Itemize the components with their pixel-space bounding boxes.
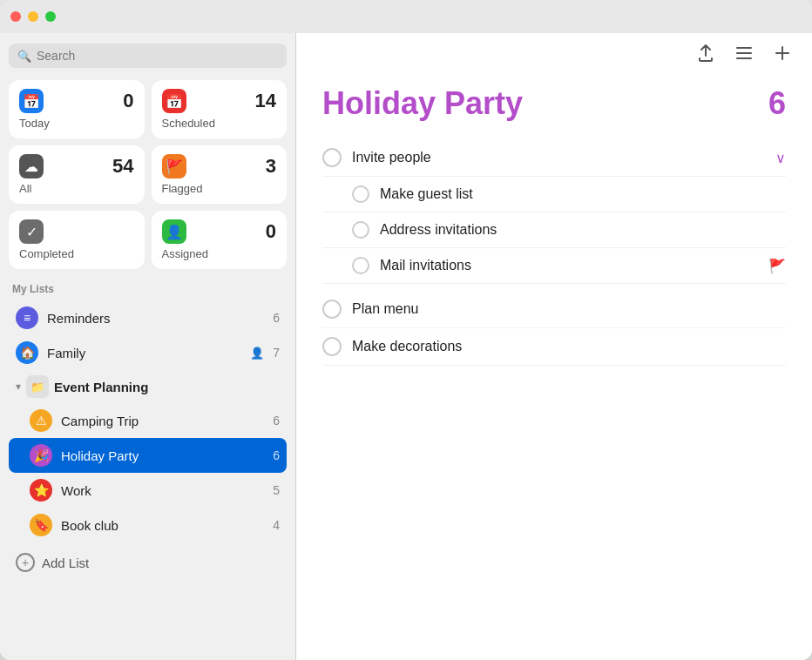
maximize-button[interactable] — [45, 11, 56, 22]
sidebar-item-book-club[interactable]: 🔖 Book club 4 — [9, 508, 287, 542]
all-label: All — [19, 182, 134, 195]
scheduled-label: Scheduled — [162, 117, 277, 130]
subtask-row-mail-invitations: Mail invitations 🚩 — [322, 248, 786, 284]
subtask-row-address-invitations: Address invitations — [322, 212, 786, 248]
main-content-area: 🔍 📅 0 Today 📅 14 — [0, 33, 812, 660]
traffic-lights — [10, 11, 56, 22]
today-icon: 📅 — [19, 89, 44, 113]
list-view-button[interactable] — [732, 42, 756, 69]
book-club-name: Book club — [61, 518, 264, 533]
app-window: 🔍 📅 0 Today 📅 14 — [0, 0, 812, 660]
book-club-count: 4 — [273, 518, 280, 532]
task-label-invite-people: Invite people — [352, 150, 765, 165]
smart-list-completed[interactable]: ✓ Completed — [9, 211, 145, 269]
all-count: 54 — [112, 155, 133, 178]
subtask-checkbox-mail-invitations[interactable] — [352, 257, 369, 274]
scheduled-count: 14 — [255, 90, 276, 112]
subtask-checkbox-make-guest-list[interactable] — [352, 185, 369, 203]
main-panel: Holiday Party 6 Invite people ∨ Make gue… — [296, 33, 812, 660]
completed-icon: ✓ — [19, 219, 44, 244]
holiday-party-name: Holiday Party — [61, 448, 264, 463]
subtask-row-make-guest-list: Make guest list — [322, 177, 786, 212]
family-share-icon: 👤 — [250, 347, 264, 360]
task-checkbox-make-decorations[interactable] — [322, 337, 342, 356]
smart-list-scheduled[interactable]: 📅 14 Scheduled — [152, 80, 288, 138]
camping-trip-count: 6 — [273, 414, 280, 428]
task-checkbox-plan-menu[interactable] — [322, 300, 342, 319]
reminders-list-count: 6 — [273, 311, 280, 325]
search-icon: 🔍 — [17, 50, 31, 63]
smart-list-flagged[interactable]: 🚩 3 Flagged — [152, 145, 288, 204]
task-row-make-decorations: Make decorations — [322, 328, 786, 366]
flagged-icon: 🚩 — [162, 154, 186, 178]
all-icon: ☁ — [19, 154, 44, 178]
subtask-label-make-guest-list: Make guest list — [380, 186, 786, 202]
sidebar-item-reminders[interactable]: ≡ Reminders 6 — [9, 300, 287, 335]
group-event-planning[interactable]: ▾ 📁 Event Planning — [9, 370, 287, 403]
list-title-row: Holiday Party 6 — [322, 85, 786, 122]
holiday-party-count: 6 — [273, 448, 280, 462]
assigned-count: 0 — [266, 220, 276, 243]
work-name: Work — [61, 483, 264, 498]
smart-list-today[interactable]: 📅 0 Today — [9, 80, 145, 138]
book-club-icon: 🔖 — [30, 514, 52, 536]
reminders-list-icon: ≡ — [16, 306, 38, 329]
task-list-content: Holiday Party 6 Invite people ∨ Make gue… — [296, 77, 812, 660]
add-list-label: Add List — [42, 556, 89, 570]
sidebar-item-family[interactable]: 🏠 Family 👤 7 — [9, 335, 287, 370]
reminders-list-name: Reminders — [47, 311, 264, 326]
task-label-make-decorations: Make decorations — [352, 339, 786, 354]
smart-lists-grid: 📅 0 Today 📅 14 Scheduled ☁ — [9, 80, 287, 269]
task-row-plan-menu: Plan menu — [322, 291, 786, 328]
main-toolbar — [296, 33, 812, 77]
close-button[interactable] — [10, 11, 21, 22]
share-button[interactable] — [694, 40, 718, 71]
smart-list-assigned[interactable]: 👤 0 Assigned — [152, 211, 288, 269]
completed-label: Completed — [19, 247, 134, 260]
camping-trip-icon: ⚠ — [30, 409, 52, 432]
list-total-count: 6 — [768, 85, 786, 122]
group-name: Event Planning — [54, 380, 280, 394]
task-row-invite-people: Invite people ∨ — [322, 139, 786, 177]
family-list-icon: 🏠 — [16, 341, 38, 364]
my-lists-section-label: My Lists — [9, 283, 287, 295]
scheduled-icon: 📅 — [162, 89, 186, 113]
add-task-button[interactable] — [770, 41, 795, 70]
flagged-count: 3 — [266, 155, 276, 178]
search-input[interactable] — [37, 49, 278, 63]
today-count: 0 — [123, 90, 133, 112]
flagged-label: Flagged — [162, 182, 277, 195]
today-label: Today — [19, 117, 134, 130]
group-chevron-icon: ▾ — [16, 381, 21, 393]
smart-list-all[interactable]: ☁ 54 All — [9, 145, 145, 204]
sidebar-item-camping-trip[interactable]: ⚠ Camping Trip 6 — [9, 403, 287, 438]
subtask-label-address-invitations: Address invitations — [380, 222, 786, 238]
assigned-icon: 👤 — [162, 219, 186, 244]
task-group-invite-people: Invite people ∨ Make guest list Address … — [322, 139, 786, 284]
search-bar[interactable]: 🔍 — [9, 44, 287, 68]
family-list-name: Family — [47, 346, 241, 360]
sidebar: 🔍 📅 0 Today 📅 14 — [0, 33, 296, 660]
sidebar-item-holiday-party[interactable]: 🎉 Holiday Party 6 — [9, 438, 287, 473]
minimize-button[interactable] — [28, 11, 38, 22]
task-flag-icon: 🚩 — [768, 258, 786, 274]
work-count: 5 — [273, 483, 280, 497]
task-expand-chevron-icon[interactable]: ∨ — [775, 150, 786, 166]
family-list-count: 7 — [273, 346, 280, 360]
sidebar-item-work[interactable]: ⭐ Work 5 — [9, 473, 287, 508]
titlebar — [0, 0, 812, 33]
task-label-plan-menu: Plan menu — [352, 301, 786, 317]
work-icon: ⭐ — [30, 479, 52, 502]
task-checkbox-invite-people[interactable] — [322, 148, 342, 167]
camping-trip-name: Camping Trip — [61, 414, 264, 428]
assigned-label: Assigned — [162, 247, 277, 260]
subtask-checkbox-address-invitations[interactable] — [352, 221, 369, 239]
holiday-party-icon: 🎉 — [30, 444, 52, 467]
subtask-label-mail-invitations: Mail invitations — [380, 258, 758, 273]
add-list-button[interactable]: + Add List — [9, 546, 287, 579]
group-folder-icon: 📁 — [26, 375, 49, 398]
list-title: Holiday Party — [322, 85, 523, 122]
add-list-icon: + — [16, 553, 35, 572]
